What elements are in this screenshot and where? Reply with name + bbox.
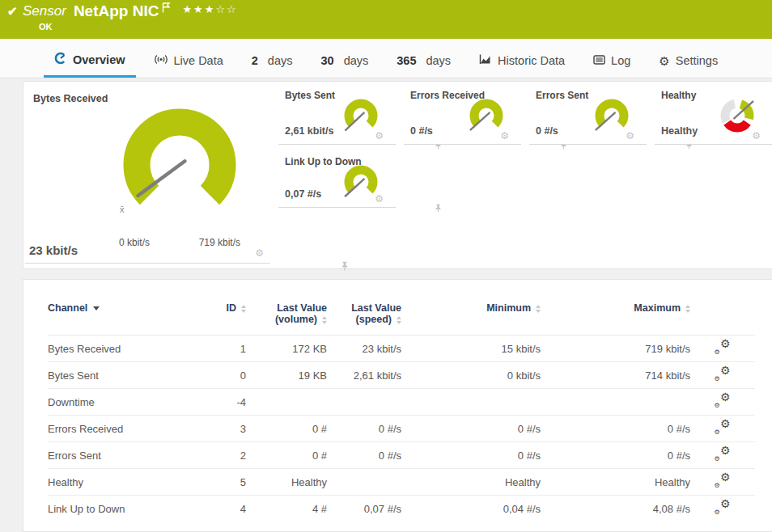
channel-last-speed: 0 #/s	[327, 442, 401, 469]
channel-last-speed	[327, 389, 401, 416]
sort-icon	[397, 316, 401, 324]
gauge-title: Bytes Received	[33, 93, 108, 104]
priority-flag-icon	[162, 2, 171, 16]
channel-last-speed	[327, 469, 401, 496]
sort-desc-icon	[93, 306, 100, 310]
gauge-value: Healthy	[661, 125, 698, 137]
column-header-minimum[interactable]: Minimum	[401, 291, 541, 336]
channel-id: 5	[201, 469, 246, 496]
tab-log[interactable]: Log	[583, 54, 641, 78]
tab-365-days[interactable]: 365days	[386, 54, 461, 78]
column-header-last-value-speed[interactable]: Last Value (speed)	[327, 291, 401, 336]
gear-icon[interactable]: ⚙	[752, 131, 761, 141]
table-row: Link Up to Down 4 4 # 0,07 #/s 0,04 #/s …	[48, 496, 755, 522]
channel-last-volume: 0 #	[246, 416, 327, 442]
gauges-panel: Bytes Received x̄ 0 kbit/s 719 kbit/s 23…	[23, 81, 772, 269]
channel-name: Healthy	[48, 469, 201, 496]
channel-id: 0	[201, 362, 246, 389]
bytes-received-gauge	[111, 96, 248, 234]
gauge-value: 0 #/s	[536, 125, 558, 137]
channel-last-speed: 0 #/s	[327, 416, 401, 442]
channel-minimum: 0,04 #/s	[401, 496, 541, 522]
channel-id: 1	[201, 336, 246, 362]
sensor-header: ✔ Sensor NetApp NIC ★★★☆☆ OK	[0, 0, 772, 39]
channel-last-volume: 172 KB	[246, 336, 327, 362]
channel-settings-icon[interactable]: ⚙⚙	[715, 394, 731, 407]
gauge-value: 0 #/s	[410, 125, 433, 137]
gauge-icon	[54, 52, 67, 67]
channel-table-panel: Channel ID Last Value (volume) Last Valu…	[23, 279, 772, 532]
sort-icon	[685, 305, 690, 313]
gauge-tile-errors-received: Errors Received 0 #/s ⚙	[404, 83, 521, 145]
table-row: Errors Received 3 0 # 0 #/s 0 #/s 0 #/s …	[48, 416, 755, 442]
sensor-name: NetApp NIC	[74, 2, 159, 20]
sensor-type-label: Sensor	[23, 3, 66, 19]
tab-historic-data[interactable]: Historic Data	[469, 54, 575, 78]
channel-table-body: Bytes Received 1 172 KB 23 kbit/s 15 kbi…	[48, 336, 755, 522]
gear-icon[interactable]: ⚙	[500, 131, 509, 141]
channel-settings-icon[interactable]: ⚙⚙	[715, 447, 731, 461]
channel-id: 2	[201, 442, 246, 469]
channel-maximum: 4,08 #/s	[541, 496, 690, 522]
gear-icon[interactable]: ⚙	[375, 131, 384, 141]
channel-maximum	[541, 389, 690, 416]
channel-minimum: Healthy	[401, 469, 541, 496]
table-row: Bytes Received 1 172 KB 23 kbit/s 15 kbi…	[48, 336, 755, 362]
channel-name: Bytes Sent	[48, 362, 201, 389]
gauge-max-label: 719 kbit/s	[199, 237, 240, 248]
channel-settings-icon[interactable]: ⚙⚙	[715, 474, 731, 488]
tab-bar: Overview Live Data 2days 30days 365days …	[0, 39, 772, 78]
channel-last-volume	[246, 389, 327, 416]
channel-last-volume: 19 KB	[246, 362, 327, 389]
tab-2-days[interactable]: 2days	[241, 54, 303, 78]
historic-data-icon	[479, 54, 492, 67]
mean-marker: x̄	[120, 205, 125, 214]
channel-name: Errors Sent	[48, 442, 201, 469]
sensor-status-badge: OK	[39, 22, 53, 32]
pin-icon[interactable]	[341, 261, 349, 271]
table-row: Healthy 5 Healthy Healthy Healthy ⚙⚙	[48, 469, 755, 496]
settings-gear-icon: ⚙	[659, 55, 669, 67]
tab-settings[interactable]: ⚙ Settings	[648, 54, 728, 78]
column-header-channel[interactable]: Channel	[48, 291, 201, 336]
gear-icon[interactable]: ⚙	[626, 131, 634, 141]
channel-last-volume: 0 #	[246, 442, 327, 469]
channel-minimum	[401, 389, 541, 416]
gauge-title: Errors Sent	[536, 90, 588, 101]
gauge-value: 0,07 #/s	[285, 188, 321, 200]
tab-30-days[interactable]: 30days	[310, 54, 379, 78]
channel-last-volume: Healthy	[246, 469, 327, 496]
gauge-tile-errors-sent: Errors Sent 0 #/s ⚙	[529, 83, 647, 145]
channel-settings-icon[interactable]: ⚙⚙	[715, 420, 731, 434]
tab-live-data[interactable]: Live Data	[143, 54, 234, 78]
channel-name: Link Up to Down	[48, 496, 201, 522]
channel-name: Errors Received	[48, 416, 201, 442]
column-header-last-value-volume[interactable]: Last Value (volume)	[246, 291, 327, 336]
table-row: Downtime -4 ⚙⚙	[48, 389, 755, 416]
channel-id: -4	[201, 389, 246, 416]
gauge-min-label: 0 kbit/s	[119, 237, 150, 248]
channel-maximum: 714 kbit/s	[541, 362, 690, 389]
channel-settings-icon[interactable]: ⚙⚙	[715, 367, 731, 381]
pin-icon[interactable]	[435, 204, 442, 213]
channel-name: Downtime	[48, 389, 201, 416]
channel-id: 3	[201, 416, 246, 442]
gear-icon[interactable]: ⚙	[375, 194, 384, 204]
channel-id: 4	[201, 496, 246, 522]
gear-icon[interactable]: ⚙	[255, 248, 264, 258]
channel-settings-icon[interactable]: ⚙⚙	[715, 500, 731, 514]
channel-settings-icon[interactable]: ⚙⚙	[715, 340, 731, 354]
table-row: Bytes Sent 0 19 KB 2,61 kbit/s 0 kbit/s …	[48, 362, 755, 389]
tab-overview[interactable]: Overview	[44, 52, 136, 78]
channel-last-volume: 4 #	[246, 496, 327, 522]
channel-maximum: Healthy	[541, 469, 690, 496]
star-rating[interactable]: ★★★☆☆	[182, 3, 237, 15]
channel-last-speed: 23 kbit/s	[327, 336, 401, 362]
log-icon	[593, 54, 605, 67]
channel-name: Bytes Received	[48, 336, 201, 362]
column-header-id[interactable]: ID	[201, 291, 246, 336]
gauge-value: 2,61 kbit/s	[285, 125, 333, 137]
channel-minimum: 0 #/s	[401, 442, 541, 469]
column-header-maximum[interactable]: Maximum	[541, 291, 690, 336]
channel-minimum: 0 #/s	[401, 416, 541, 442]
